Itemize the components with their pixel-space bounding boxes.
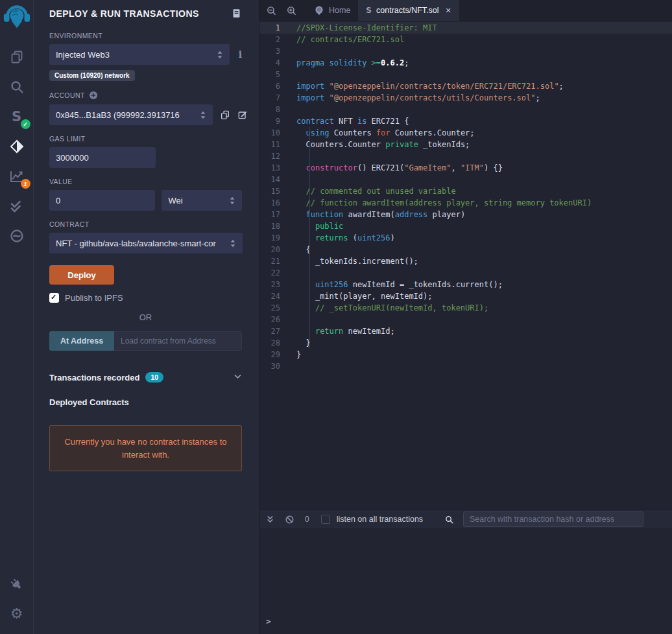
code-line[interactable]: 25 // _setTokenURI(newItemId, tokenURI);: [259, 302, 672, 314]
code-text[interactable]: _tokenIds.increment();: [296, 255, 418, 267]
code-line[interactable]: 19 returns (uint256): [259, 232, 672, 244]
code-line[interactable]: 6import "@openzeppelin/contracts/token/E…: [259, 80, 672, 92]
plugin-manager-icon[interactable]: [7, 574, 27, 594]
tab-nft-sol[interactable]: S contracts/NFT.sol ✕: [358, 0, 459, 21]
code-text[interactable]: contract NFT is ERC721 {: [296, 115, 409, 127]
line-number[interactable]: 13: [259, 162, 296, 174]
code-line[interactable]: 13 constructor() ERC721("GameItem", "ITM…: [259, 162, 672, 174]
line-number[interactable]: 5: [259, 69, 296, 80]
code-line[interactable]: 17 function awardItem(address player): [259, 209, 672, 220]
code-line[interactable]: 21 _tokenIds.increment();: [259, 255, 672, 267]
code-line[interactable]: 26: [259, 314, 672, 325]
line-number[interactable]: 27: [259, 325, 296, 337]
line-number[interactable]: 22: [259, 267, 296, 279]
line-number[interactable]: 2: [259, 34, 296, 45]
line-number[interactable]: 24: [259, 290, 296, 302]
search-icon[interactable]: [7, 77, 27, 97]
code-text[interactable]: }: [296, 337, 311, 349]
code-line[interactable]: 2// contracts/ERC721.sol: [259, 34, 672, 45]
chevron-down-icon[interactable]: [234, 371, 242, 383]
edit-account-icon[interactable]: [237, 110, 248, 120]
code-line[interactable]: 9contract NFT is ERC721 {: [259, 115, 672, 127]
line-number[interactable]: 30: [259, 360, 296, 372]
line-number[interactable]: 11: [259, 139, 296, 150]
at-address-button[interactable]: At Address: [49, 331, 114, 351]
line-number[interactable]: 29: [259, 349, 296, 360]
code-line[interactable]: 8: [259, 104, 672, 115]
code-line[interactable]: 24 _mint(player, newItemId);: [259, 290, 672, 302]
environment-select[interactable]: Injected Web3: [49, 44, 230, 65]
account-select[interactable]: 0x845...B1aB3 (999992.3913716: [49, 104, 213, 125]
listen-transactions-checkbox[interactable]: [321, 515, 330, 524]
file-explorer-icon[interactable]: [7, 47, 27, 67]
transactions-recorded-row[interactable]: Transactions recorded 10: [49, 371, 242, 383]
value-input[interactable]: [56, 196, 149, 205]
at-address-input[interactable]: [121, 332, 235, 350]
code-line[interactable]: 23 uint256 newItemId = _tokenIds.current…: [259, 279, 672, 290]
code-line[interactable]: 15 // commented out unused variable: [259, 185, 672, 197]
code-text[interactable]: using Counters for Counters.Counter;: [296, 127, 475, 139]
code-line[interactable]: 3: [259, 45, 672, 57]
code-line[interactable]: 1//SPDX-License-Identifier: MIT: [259, 22, 672, 34]
line-number[interactable]: 21: [259, 255, 296, 267]
line-number[interactable]: 28: [259, 337, 296, 349]
code-text[interactable]: return newItemId;: [296, 325, 395, 337]
line-number[interactable]: 12: [259, 150, 296, 162]
line-number[interactable]: 23: [259, 279, 296, 290]
code-text[interactable]: // contracts/ERC721.sol: [296, 34, 404, 45]
code-text[interactable]: // function awardItem(address player, st…: [296, 197, 592, 209]
line-number[interactable]: 6: [259, 80, 296, 92]
code-text[interactable]: // _setTokenURI(newItemId, tokenURI);: [296, 302, 488, 314]
close-tab-icon[interactable]: ✕: [446, 6, 451, 15]
gas-limit-input[interactable]: [56, 153, 149, 163]
line-number[interactable]: 18: [259, 220, 296, 232]
statistics-icon[interactable]: 1: [7, 167, 27, 186]
code-line[interactable]: 28 }: [259, 337, 672, 349]
line-number[interactable]: 16: [259, 197, 296, 209]
environment-info-icon[interactable]: i: [239, 49, 242, 60]
code-text[interactable]: function awardItem(address player): [296, 209, 465, 220]
zoom-out-icon[interactable]: [266, 5, 277, 16]
value-unit-select[interactable]: Wei: [162, 190, 242, 211]
unit-testing-icon[interactable]: [7, 196, 27, 216]
zoom-in-icon[interactable]: [286, 5, 297, 16]
line-number[interactable]: 25: [259, 302, 296, 314]
code-text[interactable]: _mint(player, newItemId);: [296, 290, 433, 302]
code-line[interactable]: 27 return newItemId;: [259, 325, 672, 337]
line-number[interactable]: 4: [259, 57, 296, 69]
terminal-output[interactable]: >: [259, 528, 672, 634]
code-line[interactable]: 5: [259, 69, 672, 80]
line-number[interactable]: 10: [259, 127, 296, 139]
line-number[interactable]: 20: [259, 244, 296, 255]
code-line[interactable]: 16 // function awardItem(address player,…: [259, 197, 672, 209]
sourcify-icon[interactable]: [7, 226, 27, 246]
code-line[interactable]: 18 public: [259, 220, 672, 232]
code-editor[interactable]: 1//SPDX-License-Identifier: MIT2// contr…: [259, 21, 672, 510]
contract-select[interactable]: NFT - github/ava-labs/avalanche-smart-co…: [49, 233, 243, 253]
code-text[interactable]: // commented out unused variable: [296, 185, 456, 197]
code-line[interactable]: 30: [259, 360, 672, 372]
code-line[interactable]: 10 using Counters for Counters.Counter;: [259, 127, 672, 139]
line-number[interactable]: 19: [259, 232, 296, 244]
code-line[interactable]: 7import "@openzeppelin/contracts/utils/C…: [259, 92, 672, 104]
copy-account-icon[interactable]: [220, 110, 230, 120]
solidity-compiler-icon[interactable]: S ✓: [7, 107, 27, 126]
add-account-icon[interactable]: [89, 91, 98, 100]
code-text[interactable]: }: [296, 349, 301, 360]
code-line[interactable]: 12: [259, 150, 672, 162]
publish-ipfs-checkbox[interactable]: [49, 293, 59, 303]
remix-logo-icon[interactable]: [2, 2, 32, 32]
line-number[interactable]: 14: [259, 174, 296, 185]
code-line[interactable]: 20 {: [259, 244, 672, 255]
deploy-button[interactable]: Deploy: [49, 265, 114, 285]
code-text[interactable]: //SPDX-License-Identifier: MIT: [296, 22, 437, 34]
code-text[interactable]: uint256 newItemId = _tokenIds.current();: [296, 279, 503, 290]
line-number[interactable]: 15: [259, 185, 296, 197]
code-text[interactable]: returns (uint256): [296, 232, 395, 244]
line-number[interactable]: 8: [259, 104, 296, 115]
code-line[interactable]: 4pragma solidity >=0.6.2;: [259, 57, 672, 69]
line-number[interactable]: 7: [259, 92, 296, 104]
line-number[interactable]: 3: [259, 45, 296, 57]
code-line[interactable]: 14: [259, 174, 672, 185]
documentation-book-icon[interactable]: [231, 8, 242, 19]
